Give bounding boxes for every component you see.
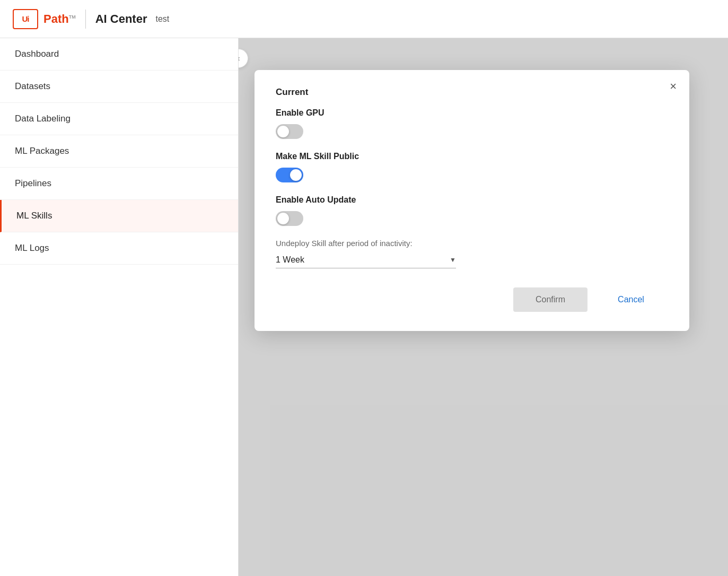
chevron-left-icon: ‹ — [239, 54, 240, 63]
app-header: Ui PathTM AI Center test — [0, 0, 728, 38]
logo: Ui PathTM — [13, 9, 76, 29]
modal-section-title: Current — [276, 87, 668, 98]
enable-gpu-toggle[interactable] — [276, 124, 303, 139]
sidebar-item-ml-skills[interactable]: ML Skills — [0, 200, 238, 232]
app-name: AI Center — [95, 12, 147, 26]
sidebar: Dashboard Datasets Data Labeling ML Pack… — [0, 38, 239, 576]
settings-modal: × Current Enable GPU Make ML Skill Publi… — [255, 70, 689, 331]
make-public-toggle-container — [276, 168, 668, 182]
logo-ui-text: Ui — [22, 14, 29, 23]
sidebar-item-pipelines[interactable]: Pipelines — [0, 168, 238, 200]
enable-gpu-field: Enable GPU — [276, 108, 668, 139]
header-divider — [85, 10, 86, 29]
enable-gpu-toggle-thumb — [277, 126, 289, 137]
undeploy-label: Undeploy Skill after period of inactivit… — [276, 239, 668, 248]
main-layout: Dashboard Datasets Data Labeling ML Pack… — [0, 38, 728, 576]
undeploy-select[interactable]: 1 Week ▼ — [276, 255, 456, 268]
enable-auto-update-label: Enable Auto Update — [276, 195, 668, 205]
make-public-toggle-thumb — [290, 169, 302, 181]
make-public-field: Make ML Skill Public — [276, 152, 668, 182]
sidebar-item-ml-packages[interactable]: ML Packages — [0, 135, 238, 168]
make-public-label: Make ML Skill Public — [276, 152, 668, 161]
enable-gpu-toggle-container — [276, 124, 668, 139]
enable-auto-update-toggle-thumb — [277, 213, 289, 224]
make-public-toggle[interactable] — [276, 168, 303, 182]
modal-footer: Confirm Cancel — [276, 287, 668, 312]
confirm-button[interactable]: Confirm — [513, 287, 587, 312]
logo-box: Ui — [13, 9, 38, 29]
main-content: ‹ × Current Enable GPU Make ML Skill Pub… — [239, 38, 728, 576]
cancel-button[interactable]: Cancel — [594, 287, 668, 312]
enable-auto-update-field: Enable Auto Update — [276, 195, 668, 226]
modal-close-button[interactable]: × — [670, 81, 677, 92]
sidebar-item-ml-logs[interactable]: ML Logs — [0, 232, 238, 265]
enable-gpu-label: Enable GPU — [276, 108, 668, 118]
sidebar-item-data-labeling[interactable]: Data Labeling — [0, 103, 238, 135]
tenant-name: test — [155, 14, 169, 24]
enable-auto-update-toggle-container — [276, 211, 668, 226]
logo-path-text: PathTM — [43, 12, 76, 26]
undeploy-select-value: 1 Week — [276, 255, 304, 265]
chevron-down-icon: ▼ — [450, 256, 456, 264]
sidebar-item-datasets[interactable]: Datasets — [0, 71, 238, 103]
enable-auto-update-toggle[interactable] — [276, 211, 303, 226]
undeploy-field: Undeploy Skill after period of inactivit… — [276, 239, 668, 268]
sidebar-item-dashboard[interactable]: Dashboard — [0, 38, 238, 71]
